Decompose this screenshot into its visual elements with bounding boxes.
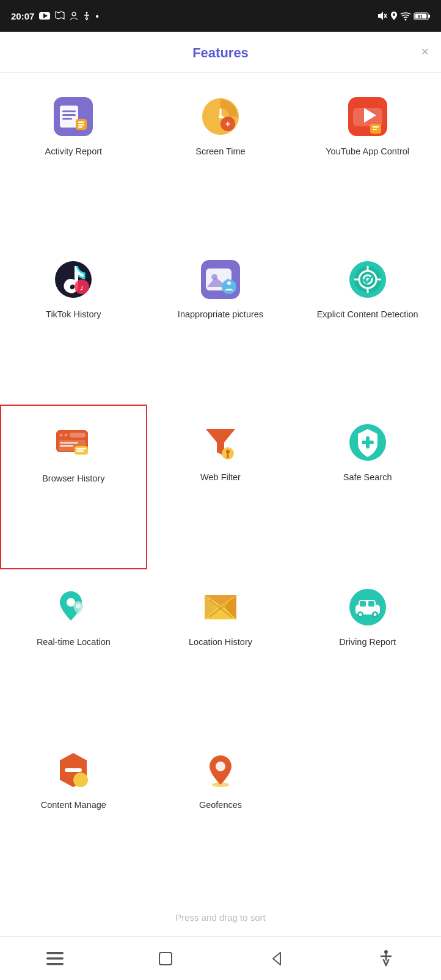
youtube-status-icon	[39, 12, 50, 20]
svg-rect-66	[60, 445, 73, 447]
nav-home[interactable]	[150, 943, 181, 974]
svg-rect-89	[368, 601, 374, 607]
feature-geofences[interactable]: Geofences	[147, 732, 294, 895]
mute-icon	[377, 12, 387, 20]
svg-rect-63	[70, 433, 86, 438]
svg-marker-103	[273, 953, 280, 965]
feature-screen-time[interactable]: + Screen Time	[147, 79, 294, 242]
svg-rect-99	[46, 952, 64, 954]
dot-indicator: •	[95, 11, 98, 21]
screen-time-icon: +	[200, 96, 241, 137]
location-icon	[391, 12, 397, 20]
feature-safe-search[interactable]: Safe Search	[294, 405, 441, 570]
safe-search-icon	[347, 422, 388, 463]
svg-text:♪: ♪	[80, 283, 84, 292]
geofences-label: Geofences	[199, 799, 242, 812]
svg-rect-88	[360, 601, 366, 607]
driving-report-icon	[347, 586, 388, 628]
browser-history-label: Browser History	[42, 473, 104, 485]
safe-search-label: Safe Search	[343, 472, 392, 484]
svg-rect-100	[46, 957, 64, 960]
svg-rect-14	[428, 15, 430, 18]
svg-rect-38	[373, 126, 379, 128]
nav-menu[interactable]	[40, 943, 70, 974]
tiktok-icon: ♪	[53, 259, 94, 300]
svg-point-31	[219, 115, 222, 118]
svg-rect-20	[62, 114, 76, 116]
svg-rect-76	[362, 441, 374, 444]
svg-point-98	[216, 762, 225, 771]
web-filter-label: Web Filter	[200, 472, 241, 484]
explicit-content-label: Explicit Content Detection	[317, 309, 418, 321]
nav-bar	[0, 936, 441, 980]
svg-rect-24	[78, 124, 84, 126]
svg-rect-19	[62, 110, 76, 112]
activity-report-label: Activity Report	[45, 146, 102, 158]
realtime-location-icon	[53, 586, 94, 628]
page-title: Features	[192, 45, 249, 60]
svg-point-91	[359, 613, 362, 616]
svg-rect-18	[60, 106, 78, 128]
feature-location-history[interactable]: Location History	[147, 569, 294, 732]
feature-browser-history[interactable]: Browser History	[0, 405, 147, 570]
svg-point-62	[65, 433, 68, 436]
svg-rect-25	[78, 126, 82, 128]
feature-youtube-app-control[interactable]: YouTube App Control	[294, 79, 441, 242]
svg-line-108	[386, 960, 388, 965]
explicit-content-icon	[347, 259, 388, 300]
feature-web-filter[interactable]: Web Filter	[147, 405, 294, 570]
feature-activity-report[interactable]: Activity Report	[0, 79, 147, 242]
svg-point-78	[76, 603, 81, 608]
feature-driving-report[interactable]: Driving Report	[294, 569, 441, 732]
location-history-icon	[200, 586, 241, 628]
activity-report-icon	[53, 96, 94, 137]
nav-back[interactable]	[260, 943, 291, 974]
svg-point-93	[373, 613, 376, 616]
feature-realtime-location[interactable]: Real-time Location	[0, 569, 147, 732]
svg-rect-68	[76, 448, 86, 450]
status-right: 81	[377, 12, 430, 20]
wifi-icon	[401, 12, 410, 20]
svg-rect-96	[65, 768, 82, 772]
status-bar: 20:07 • 81	[0, 0, 441, 32]
time-display: 20:07	[11, 11, 34, 21]
screen-time-label: Screen Time	[195, 146, 245, 158]
svg-rect-23	[78, 121, 84, 123]
youtube-control-icon	[347, 96, 388, 137]
person-status-icon	[70, 12, 78, 20]
feature-tiktok-history[interactable]: ♪ TikTok History	[0, 242, 147, 405]
svg-rect-39	[373, 129, 377, 130]
svg-point-3	[86, 12, 88, 14]
svg-rect-21	[62, 118, 72, 120]
realtime-location-label: Real-time Location	[37, 636, 111, 649]
feature-explicit-content[interactable]: Explicit Content Detection	[294, 242, 441, 405]
battery-icon: 81	[414, 12, 430, 20]
svg-rect-69	[76, 450, 84, 452]
svg-point-11	[393, 13, 395, 16]
driving-report-label: Driving Report	[339, 636, 396, 649]
features-grid: Activity Report + Screen Time	[0, 73, 441, 901]
svg-text:81: 81	[418, 15, 423, 19]
feature-inappropriate-pictures[interactable]: Inappropriate pictures	[147, 242, 294, 405]
svg-marker-8	[378, 12, 383, 20]
svg-point-12	[405, 19, 407, 21]
inappropriate-icon	[200, 259, 241, 300]
maps-status-icon	[55, 12, 65, 20]
svg-point-72	[226, 450, 230, 453]
svg-point-61	[60, 433, 63, 436]
nav-accessibility[interactable]	[371, 943, 401, 974]
geofences-icon	[200, 749, 241, 791]
feature-content-manage[interactable]: Content Manage	[0, 732, 147, 895]
close-button[interactable]: ×	[421, 44, 429, 60]
content-manage-label: Content Manage	[41, 799, 106, 812]
svg-text:+: +	[225, 119, 230, 129]
svg-line-7	[87, 18, 88, 20]
youtube-control-label: YouTube App Control	[326, 146, 409, 158]
svg-rect-65	[60, 442, 78, 444]
bottom-hint: Press and drag to sort	[0, 901, 441, 936]
location-history-label: Location History	[189, 636, 252, 649]
status-left: 20:07 •	[11, 11, 99, 21]
inappropriate-label: Inappropriate pictures	[178, 309, 263, 321]
browser-history-icon	[53, 423, 94, 464]
header: Features ×	[0, 32, 441, 73]
